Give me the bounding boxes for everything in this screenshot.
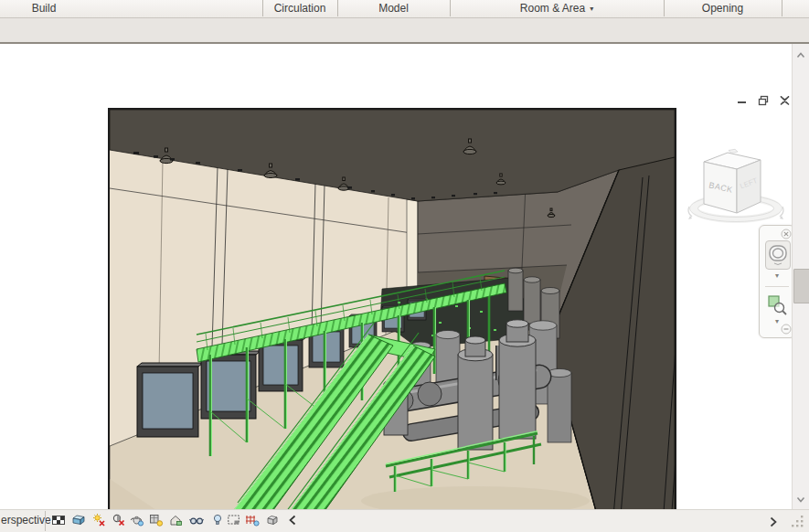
view-scale-label[interactable]: erspective bbox=[1, 514, 51, 527]
zoom-icon bbox=[765, 293, 789, 317]
chevron-down-icon: ▾ bbox=[590, 5, 593, 13]
ribbon-panel-model-label: Model bbox=[378, 2, 409, 15]
3d-view-canvas[interactable] bbox=[110, 110, 675, 532]
collapse-icon[interactable] bbox=[284, 512, 301, 528]
close-view-icon[interactable] bbox=[778, 94, 791, 106]
navigation-bar-divider bbox=[765, 286, 789, 287]
displacement-sets-icon[interactable] bbox=[264, 512, 281, 528]
view-window-controls bbox=[736, 94, 791, 106]
sun-path-off-icon[interactable] bbox=[90, 512, 107, 528]
scrollbar-thumb[interactable] bbox=[793, 269, 809, 303]
ribbon-panel-spacer bbox=[782, 0, 809, 16]
steering-wheel-options-chevron[interactable]: ▾ bbox=[760, 271, 794, 280]
viewcube-cube[interactable]: BACK LEFT bbox=[704, 149, 761, 213]
steering-wheel-icon bbox=[766, 241, 790, 269]
steering-wheel-button[interactable] bbox=[765, 240, 791, 270]
rendering-dialog-icon[interactable] bbox=[129, 512, 145, 528]
ribbon-panel-build-label: Build bbox=[0, 2, 88, 15]
temporary-view-properties-icon[interactable] bbox=[226, 512, 242, 528]
ribbon-panel-build[interactable]: Build bbox=[0, 0, 263, 16]
ribbon-panel-opening-label: Opening bbox=[702, 2, 743, 15]
ribbon-panel-room-area-label: Room & Area bbox=[520, 2, 585, 15]
drawing-area[interactable]: BACK LEFT ▾ bbox=[0, 44, 809, 509]
detail-level-icon[interactable] bbox=[50, 512, 67, 528]
shadows-off-icon[interactable] bbox=[111, 512, 127, 528]
minimize-view-icon[interactable] bbox=[736, 94, 749, 106]
ribbon-panel-model[interactable]: Model bbox=[337, 0, 451, 16]
ribbon-panel-room-area[interactable]: Room & Area ▾ bbox=[450, 0, 665, 16]
navigation-bar-close-icon[interactable] bbox=[781, 229, 792, 239]
analytical-model-icon[interactable] bbox=[244, 512, 261, 528]
visual-style-icon[interactable] bbox=[70, 512, 87, 528]
temporary-hide-isolate-icon[interactable] bbox=[188, 512, 205, 528]
ribbon-panel-label-row: Build Circulation Model Room & Area ▾ Op… bbox=[0, 0, 809, 18]
navigation-bar: ▾ ▾ bbox=[759, 225, 795, 338]
revit-application-window: Build Circulation Model Room & Area ▾ Op… bbox=[0, 0, 809, 532]
viewcube[interactable]: BACK LEFT bbox=[681, 130, 791, 230]
reveal-hidden-elements-icon[interactable] bbox=[209, 512, 226, 528]
vertical-scrollbar[interactable] bbox=[792, 44, 809, 509]
zoom-button[interactable] bbox=[765, 293, 789, 317]
view-control-bar: erspective bbox=[0, 509, 809, 532]
window-resize-grip[interactable] bbox=[788, 514, 806, 530]
ribbon-panel-opening[interactable]: Opening bbox=[664, 0, 782, 16]
scroll-down-icon[interactable] bbox=[795, 494, 806, 505]
ribbon-collapsed-area bbox=[0, 18, 809, 42]
crop-view-icon[interactable] bbox=[148, 512, 165, 528]
ribbon-panel-circulation[interactable]: Circulation bbox=[262, 0, 338, 16]
crop-region-icon[interactable] bbox=[168, 512, 185, 528]
crop-region[interactable] bbox=[108, 108, 676, 532]
ribbon-panel-circulation-label: Circulation bbox=[274, 2, 326, 15]
expand-right-icon[interactable] bbox=[768, 516, 779, 528]
view-control-bar-divider bbox=[45, 511, 46, 531]
navigation-bar-minimize-icon[interactable] bbox=[781, 324, 792, 335]
restore-view-icon[interactable] bbox=[757, 94, 770, 106]
scroll-up-icon[interactable] bbox=[795, 50, 806, 61]
